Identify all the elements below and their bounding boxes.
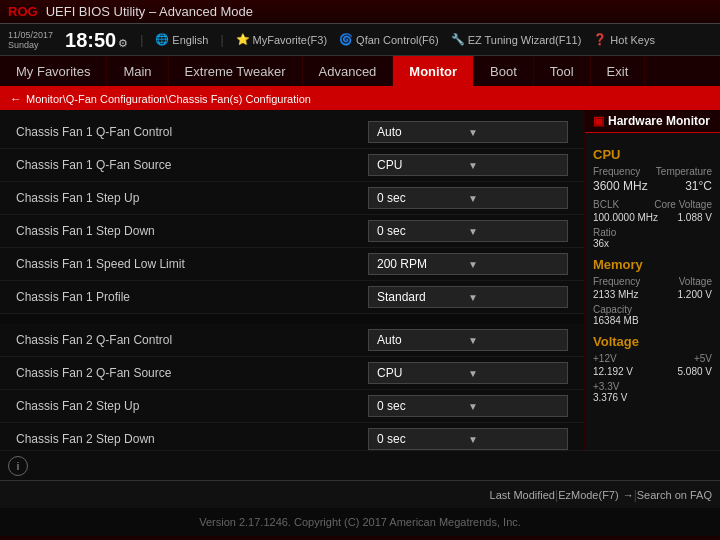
setting-row-3: Chassis Fan 1 Step Down0 sec▼ [0,215,584,248]
dropdown-arrow-1: ▼ [468,160,559,171]
date: 11/05/2017 [8,30,53,40]
qfan-control-btn[interactable]: 🌀 Qfan Control(F6) [339,33,439,46]
breadcrumb: ← Monitor\Q-Fan Configuration\Chassis Fa… [0,88,720,110]
dropdown-arrow-0: ▼ [468,127,559,138]
v12-value: 12.192 V [593,366,633,377]
breadcrumb-text: Monitor\Q-Fan Configuration\Chassis Fan(… [26,93,311,105]
setting-label-7: Chassis Fan 2 Q-Fan Source [16,366,368,380]
setting-row-2: Chassis Fan 1 Step Up0 sec▼ [0,182,584,215]
setting-dropdown-5[interactable]: Standard▼ [368,286,568,308]
setting-dropdown-1[interactable]: CPU▼ [368,154,568,176]
nav-my-favorites[interactable]: My Favorites [0,56,107,86]
setting-label-8: Chassis Fan 2 Step Up [16,399,368,413]
v5-value: 5.080 V [678,366,712,377]
setting-row-4: Chassis Fan 1 Speed Low Limit200 RPM▼ [0,248,584,281]
mem-volt-value: 1.200 V [678,289,712,300]
clock-settings-icon[interactable]: ⚙ [118,37,128,50]
setting-label-3: Chassis Fan 1 Step Down [16,224,368,238]
setting-dropdown-9[interactable]: 0 sec▼ [368,428,568,450]
setting-row-0: Chassis Fan 1 Q-Fan ControlAuto▼ [0,116,584,149]
ez-tuning-btn[interactable]: 🔧 EZ Tuning Wizard(F11) [451,33,582,46]
setting-label-5: Chassis Fan 1 Profile [16,290,368,304]
language-icon: 🌐 [155,33,169,46]
hot-keys-btn[interactable]: ❓ Hot Keys [593,33,655,46]
copyright-bar: Version 2.17.1246. Copyright (C) 2017 Am… [0,508,720,536]
hw-monitor-sidebar: ▣ Hardware Monitor CPU Frequency Tempera… [584,110,720,450]
nav-monitor[interactable]: Monitor [393,56,474,86]
setting-label-6: Chassis Fan 2 Q-Fan Control [16,333,368,347]
v33-value: 3.376 V [593,392,712,403]
cpu-freq-value: 3600 MHz [593,179,648,193]
ratio-value: 36x [593,238,712,249]
hotkeys-icon: ❓ [593,33,607,46]
setting-dropdown-4[interactable]: 200 RPM▼ [368,253,568,275]
my-favorites-btn[interactable]: ⭐ MyFavorite(F3) [236,33,328,46]
setting-row-9: Chassis Fan 2 Step Down0 sec▼ [0,423,584,450]
dropdown-arrow-5: ▼ [468,292,559,303]
copyright-text: Version 2.17.1246. Copyright (C) 2017 Am… [199,516,521,528]
dropdown-arrow-3: ▼ [468,226,559,237]
capacity-value: 16384 MB [593,315,712,326]
setting-row-8: Chassis Fan 2 Step Up0 sec▼ [0,390,584,423]
setting-dropdown-7[interactable]: CPU▼ [368,362,568,384]
monitor-screen-icon: ▣ [593,114,604,128]
nav-exit[interactable]: Exit [591,56,646,86]
setting-dropdown-3[interactable]: 0 sec▼ [368,220,568,242]
day: Sunday [8,40,53,50]
language-selector[interactable]: 🌐 English [155,33,208,46]
cpu-temp-value: 31°C [685,179,712,193]
settings-panel: Chassis Fan 1 Q-Fan ControlAuto▼Chassis … [0,110,584,450]
search-faq-btn[interactable]: Search on FAQ [637,489,712,501]
setting-dropdown-0[interactable]: Auto▼ [368,121,568,143]
last-modified-label: Last Modified [490,489,555,501]
ez-mode-icon: → [623,489,634,501]
cpu-freq-label: Frequency [593,166,640,177]
my-favorites-icon: ⭐ [236,33,250,46]
setting-dropdown-6[interactable]: Auto▼ [368,329,568,351]
v5-label: +5V [694,353,712,364]
core-voltage-value: 1.088 V [678,212,712,223]
datetime: 11/05/2017 Sunday [8,30,53,50]
nav-main[interactable]: Main [107,56,168,86]
cpu-temp-label: Temperature [656,166,712,177]
nav-bar: My Favorites Main Extreme Tweaker Advanc… [0,56,720,88]
qfan-icon: 🌀 [339,33,353,46]
nav-extreme-tweaker[interactable]: Extreme Tweaker [169,56,303,86]
setting-label-9: Chassis Fan 2 Step Down [16,432,368,446]
mem-freq-label: Frequency [593,276,640,287]
title-bar: ROG UEFI BIOS Utility – Advanced Mode [0,0,720,24]
dropdown-arrow-6: ▼ [468,335,559,346]
nav-advanced[interactable]: Advanced [303,56,394,86]
memory-section-title: Memory [593,257,712,272]
back-arrow[interactable]: ← [10,92,22,106]
setting-label-1: Chassis Fan 1 Q-Fan Source [16,158,368,172]
footer: Last Modified | EzMode(F7) → | Search on… [0,480,720,508]
dropdown-arrow-7: ▼ [468,368,559,379]
hw-monitor-title: ▣ Hardware Monitor [585,110,720,133]
mem-volt-label: Voltage [679,276,712,287]
setting-row-7: Chassis Fan 2 Q-Fan SourceCPU▼ [0,357,584,390]
setting-row-6: Chassis Fan 2 Q-Fan ControlAuto▼ [0,324,584,357]
language-label: English [172,34,208,46]
bclk-value: 100.0000 MHz [593,212,658,223]
setting-label-0: Chassis Fan 1 Q-Fan Control [16,125,368,139]
ez-tuning-icon: 🔧 [451,33,465,46]
dropdown-arrow-2: ▼ [468,193,559,204]
nav-boot[interactable]: Boot [474,56,534,86]
v12-label: +12V [593,353,617,364]
setting-dropdown-8[interactable]: 0 sec▼ [368,395,568,417]
info-button[interactable]: i [8,456,28,476]
bios-title: UEFI BIOS Utility – Advanced Mode [46,4,253,19]
info-bar: 11/05/2017 Sunday 18:50 ⚙ | 🌐 English | … [0,24,720,56]
nav-tool[interactable]: Tool [534,56,591,86]
dropdown-arrow-4: ▼ [468,259,559,270]
ratio-label: Ratio [593,227,712,238]
cpu-section-title: CPU [593,147,712,162]
ez-mode-btn[interactable]: EzMode(F7) → [558,489,634,501]
v33-label: +3.3V [593,381,712,392]
dropdown-arrow-9: ▼ [468,434,559,445]
mem-freq-value: 2133 MHz [593,289,639,300]
setting-dropdown-2[interactable]: 0 sec▼ [368,187,568,209]
setting-row-5: Chassis Fan 1 ProfileStandard▼ [0,281,584,314]
section-divider [0,314,584,324]
